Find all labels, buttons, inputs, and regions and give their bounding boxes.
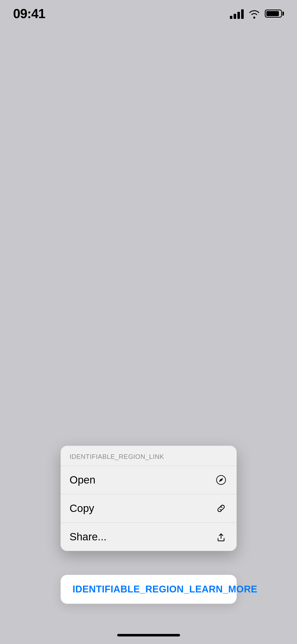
status-icons [230, 8, 284, 19]
open-label: Open [70, 474, 96, 486]
signal-bars-icon [230, 8, 244, 19]
status-bar: 09:41 [0, 0, 297, 23]
status-time: 09:41 [13, 6, 45, 21]
context-menu: IDENTIFIABLE_REGION_LINK Open Copy [61, 446, 237, 551]
home-indicator [117, 634, 180, 636]
wifi-icon [248, 9, 260, 19]
share-icon [215, 530, 228, 543]
learn-more-button[interactable]: IDENTIFIABLE_REGION_LEARN_MORE [61, 575, 237, 604]
context-menu-container: IDENTIFIABLE_REGION_LINK Open Copy [61, 446, 237, 551]
copy-label: Copy [70, 502, 94, 514]
context-menu-open[interactable]: Open [61, 466, 237, 494]
context-menu-share[interactable]: Share... [61, 523, 237, 551]
signal-bar-3 [237, 12, 240, 19]
signal-bar-4 [241, 9, 244, 19]
compass-icon [215, 473, 228, 487]
link-icon [215, 502, 228, 515]
learn-more-label: IDENTIFIABLE_REGION_LEARN_MORE [73, 584, 258, 594]
context-menu-header: IDENTIFIABLE_REGION_LINK [61, 446, 237, 466]
signal-bar-1 [230, 16, 232, 19]
context-menu-copy[interactable]: Copy [61, 494, 237, 523]
context-menu-title: IDENTIFIABLE_REGION_LINK [70, 453, 164, 460]
battery-icon [265, 10, 284, 18]
svg-point-2 [221, 479, 222, 480]
signal-bar-2 [234, 14, 236, 19]
share-label: Share... [70, 531, 107, 543]
main-content: IDENTIFIABLE_REGION_LINK Open Copy [0, 23, 297, 644]
